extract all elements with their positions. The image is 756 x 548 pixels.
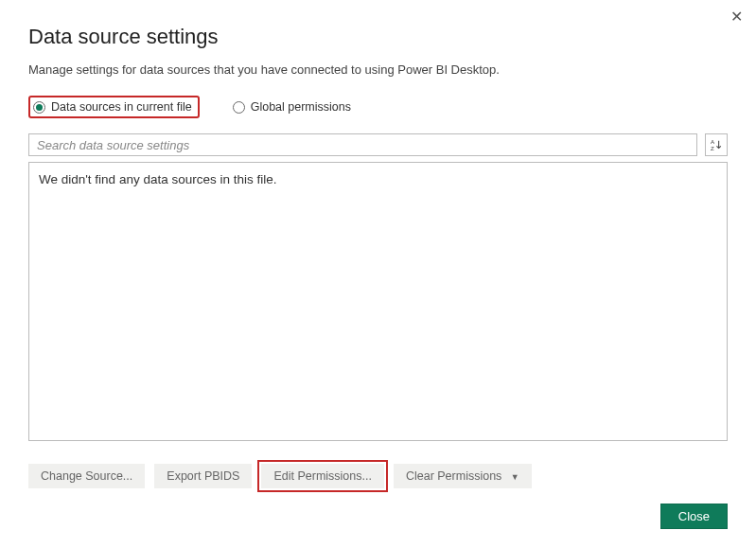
- close-icon[interactable]: ✕: [730, 9, 743, 25]
- sort-az-icon: A Z: [710, 138, 723, 151]
- dialog-subtitle: Manage settings for data sources that yo…: [28, 62, 728, 77]
- search-input[interactable]: [28, 133, 697, 156]
- clear-permissions-label: Clear Permissions: [406, 469, 501, 483]
- radio-current-file[interactable]: Data sources in current file: [28, 96, 200, 118]
- radio-global-permissions[interactable]: Global permissions: [228, 96, 359, 118]
- dialog-title: Data source settings: [28, 25, 728, 49]
- radio-current-file-label: Data sources in current file: [51, 100, 192, 114]
- scope-radio-group: Data sources in current file Global perm…: [28, 96, 728, 118]
- results-list: We didn't find any data sources in this …: [28, 162, 728, 441]
- edit-permissions-button[interactable]: Edit Permissions...: [261, 464, 384, 488]
- radio-global-label: Global permissions: [251, 100, 351, 114]
- change-source-button[interactable]: Change Source...: [28, 464, 145, 488]
- radio-dot-icon: [233, 101, 245, 114]
- search-row: A Z: [28, 133, 728, 156]
- dialog-footer: Close: [660, 504, 728, 529]
- svg-text:A: A: [711, 138, 715, 145]
- clear-permissions-button[interactable]: Clear Permissions ▼: [394, 464, 532, 488]
- svg-text:Z: Z: [711, 145, 714, 151]
- export-pbids-button[interactable]: Export PBIDS: [154, 464, 252, 488]
- action-button-row: Change Source... Export PBIDS Edit Permi…: [28, 464, 728, 488]
- radio-dot-icon: [33, 101, 45, 114]
- close-button[interactable]: Close: [660, 504, 728, 529]
- sort-az-button[interactable]: A Z: [705, 133, 728, 156]
- chevron-down-icon: ▼: [511, 472, 519, 482]
- empty-results-message: We didn't find any data sources in this …: [39, 172, 276, 186]
